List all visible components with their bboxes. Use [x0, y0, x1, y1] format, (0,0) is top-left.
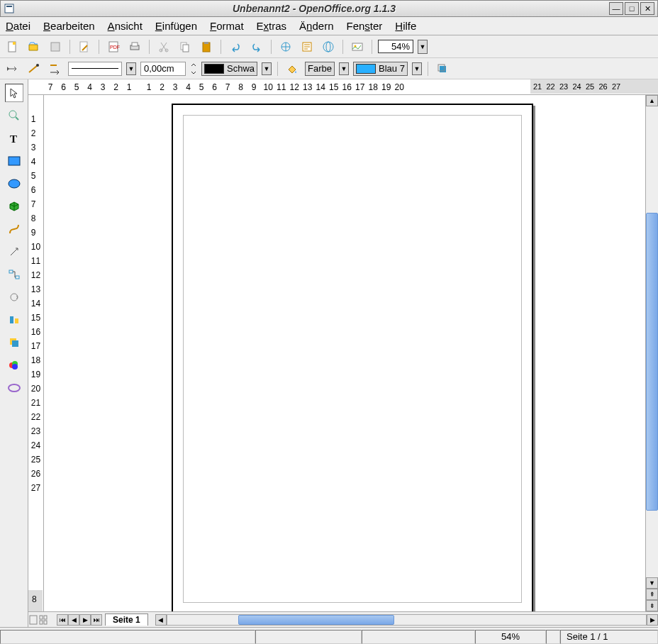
ruler-tick: 1: [126, 82, 133, 92]
vruler-gray-num: 8: [28, 590, 43, 604]
open-icon[interactable]: [26, 38, 43, 55]
menu-einfuegen[interactable]: Einfügen: [155, 20, 197, 32]
ruler-tick: 17: [31, 339, 40, 353]
workarea: T 7654321 123456789101112131415161718192…: [0, 79, 658, 627]
ruler-tick: 3: [99, 82, 106, 92]
undo-icon[interactable]: [227, 38, 244, 55]
ruler-tick: 9: [250, 82, 257, 92]
arrange-tool-icon[interactable]: [5, 333, 23, 352]
svg-point-18: [323, 42, 333, 52]
tab-next-button[interactable]: ▶: [79, 614, 91, 626]
rectangle-tool-icon[interactable]: [5, 152, 23, 170]
vertical-ruler[interactable]: 1234567891011121314151617181920212223242…: [28, 95, 44, 611]
zoom-input[interactable]: 54%: [378, 40, 413, 53]
tools-sidebar: T: [0, 79, 28, 627]
spinner-icon[interactable]: [190, 62, 197, 76]
scroll-right-button[interactable]: ▶: [647, 614, 658, 626]
scroll-up-button[interactable]: ▲: [646, 95, 658, 106]
menu-format[interactable]: Format: [210, 20, 244, 32]
edit-icon[interactable]: [76, 38, 93, 55]
ruler-tick: 17: [355, 82, 362, 92]
menu-bearbeiten[interactable]: Bearbeiten: [43, 20, 95, 32]
horizontal-scrollbar[interactable]: ◀ ▶: [155, 614, 658, 626]
menu-extras[interactable]: Extras: [257, 20, 287, 32]
line-tool-icon[interactable]: [5, 243, 23, 261]
fill-type-select[interactable]: Farbe: [305, 62, 335, 76]
ruler-tick: 4: [31, 155, 40, 169]
menu-ansicht[interactable]: Ansicht: [108, 20, 143, 32]
maximize-button[interactable]: □: [625, 2, 639, 15]
minimize-button[interactable]: —: [609, 2, 623, 15]
rotate-tool-icon[interactable]: [5, 288, 23, 306]
zoom-tool-icon[interactable]: [5, 106, 23, 125]
svg-point-39: [9, 384, 20, 392]
menu-hilfe[interactable]: Hilfe: [395, 20, 416, 32]
line-width-input[interactable]: 0,00cm: [140, 62, 186, 76]
menu-aendern[interactable]: Ändern: [299, 20, 333, 32]
ruler-tick: 13: [31, 282, 40, 296]
tab-last-button[interactable]: ⏭: [91, 614, 102, 626]
fill-type-label: Farbe: [308, 63, 332, 74]
vscroll-track[interactable]: [646, 106, 658, 577]
horizontal-ruler[interactable]: 7654321 1234567891011121314151617181920 …: [28, 79, 658, 95]
hscroll-thumb[interactable]: [238, 615, 394, 625]
page-tab[interactable]: Seite 1: [105, 614, 148, 626]
fill-color-select[interactable]: Blau 7: [353, 62, 408, 76]
ruler-tick: 23: [559, 82, 567, 91]
connector-tool-icon[interactable]: [5, 265, 23, 284]
fill-color-dropdown[interactable]: ▼: [412, 62, 422, 75]
line-color-label: Schwa: [227, 63, 255, 74]
gallery-icon[interactable]: [349, 38, 366, 55]
fill-bucket-icon[interactable]: [284, 60, 301, 77]
line-arrow-icon[interactable]: [47, 60, 64, 77]
text-tool-icon[interactable]: T: [5, 129, 23, 148]
scroll-page-up-button[interactable]: ⇞: [646, 589, 658, 600]
line-color-select[interactable]: Schwa: [201, 62, 257, 76]
window-title: Unbenannt2 - OpenOffice.org 1.1.3: [19, 3, 609, 14]
view-toggle-icons[interactable]: [28, 614, 57, 626]
3dobject-tool-icon[interactable]: [5, 197, 23, 216]
scroll-left-button[interactable]: ◀: [155, 614, 167, 626]
scroll-down-button[interactable]: ▼: [646, 577, 658, 589]
line-color-dropdown[interactable]: ▼: [262, 62, 272, 75]
drawing-canvas[interactable]: [44, 95, 645, 611]
interaction-tool-icon[interactable]: [5, 379, 23, 397]
navigator-icon[interactable]: [277, 38, 294, 55]
line-end-icon[interactable]: [26, 60, 43, 77]
close-button[interactable]: ✕: [640, 2, 654, 15]
ruler-tick: 5: [31, 169, 40, 183]
tab-first-button[interactable]: ⏮: [57, 614, 68, 626]
ruler-tick: 7: [31, 197, 40, 211]
pdf-icon[interactable]: PDF: [105, 38, 122, 55]
svg-rect-27: [9, 157, 20, 165]
status-zoom[interactable]: 54%: [475, 630, 546, 644]
redo-icon[interactable]: [248, 38, 265, 55]
align-tool-icon[interactable]: [5, 311, 23, 329]
menu-datei[interactable]: Datei: [6, 20, 30, 32]
fill-type-dropdown[interactable]: ▼: [339, 62, 349, 75]
select-tool-icon[interactable]: [5, 84, 23, 102]
vscroll-thumb[interactable]: [646, 213, 658, 511]
new-icon[interactable]: [4, 38, 21, 55]
effects-tool-icon[interactable]: [5, 356, 23, 374]
print-icon[interactable]: [126, 38, 143, 55]
curve-tool-icon[interactable]: [5, 220, 23, 238]
hyperlink-icon[interactable]: [320, 38, 337, 55]
zoom-dropdown[interactable]: ▼: [418, 40, 428, 54]
cut-icon[interactable]: [155, 38, 172, 55]
save-icon[interactable]: [47, 38, 64, 55]
scroll-page-down-button[interactable]: ⇟: [646, 600, 658, 611]
line-style-select[interactable]: [68, 62, 122, 76]
menu-fenster[interactable]: Fenster: [346, 20, 382, 32]
shadow-icon[interactable]: [434, 60, 451, 77]
copy-icon[interactable]: [177, 38, 194, 55]
line-style-dropdown[interactable]: ▼: [126, 62, 136, 75]
hscroll-track[interactable]: [167, 614, 647, 626]
tab-prev-button[interactable]: ◀: [68, 614, 79, 626]
vertical-scrollbar[interactable]: ▲ ▼ ⇞ ⇟: [645, 95, 658, 611]
ellipse-tool-icon[interactable]: [5, 174, 23, 193]
paste-icon[interactable]: [198, 38, 215, 55]
ruler-tick: 20: [31, 382, 40, 396]
arrow-style-icon[interactable]: [4, 60, 21, 77]
form-icon[interactable]: [299, 38, 316, 55]
